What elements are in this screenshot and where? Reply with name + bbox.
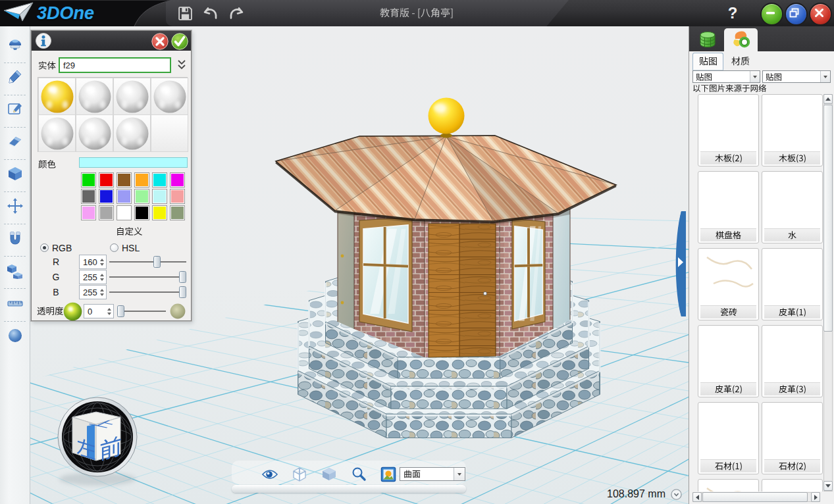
horizontal-scrollbar-thumb[interactable] [702,492,808,502]
channel-spinner-B[interactable]: 255 [79,285,107,299]
palette-color-f5a0a0[interactable] [170,189,185,204]
material-panel-titlebar[interactable] [32,31,191,51]
palette-color-9b9bf5[interactable] [117,189,132,204]
subtab-textures[interactable] [692,53,723,70]
toolbar-magnet-icon[interactable] [0,224,30,253]
texture-card-qipange[interactable] [698,171,759,243]
channel-slider-B[interactable] [109,286,186,298]
confirm-button[interactable] [171,33,188,50]
texture-card-shicai1[interactable] [698,402,759,474]
current-color-swatch[interactable] [79,157,188,168]
channel-spinner-G[interactable]: 255 [79,270,107,284]
toolbar-measure-icon[interactable] [0,289,30,318]
material-ball-silver[interactable] [76,78,113,115]
scroll-up-button[interactable] [823,94,833,104]
material-ball-silver[interactable] [113,114,151,152]
material-ball-empty[interactable] [151,114,188,152]
expand-chevrons-icon[interactable] [176,59,187,72]
tab-model-library[interactable] [693,28,722,51]
palette-color-f5a0f5[interactable] [81,205,96,220]
zoom-icon[interactable] [351,466,367,482]
channel-slider-G[interactable] [109,271,186,283]
redo-button[interactable] [226,3,246,23]
material-ball-silver[interactable] [151,78,188,115]
material-ball-gold[interactable] [38,78,76,115]
opacity-spinner[interactable]: 0 [84,304,114,318]
palette-color-a8a8a8[interactable] [99,205,114,220]
dimension-expand-icon[interactable] [671,489,682,500]
toolbar-eraser-icon[interactable] [0,127,30,156]
visibility-eye-icon[interactable] [262,466,278,482]
palette-color-bdf6f6[interactable] [152,189,167,204]
material-ball-silver[interactable] [113,78,151,115]
scroll-right-button[interactable] [811,492,820,502]
palette-color-9cf59c[interactable] [134,189,149,204]
channel-spinner-R[interactable]: 160 [79,255,107,269]
palette-color-00dd00[interactable] [81,172,96,188]
palette-color-ffa81c[interactable] [134,172,149,188]
undo-button[interactable] [201,3,221,23]
restore-button[interactable] [785,3,808,26]
combo-arrow-icon[interactable] [820,71,830,82]
toolbar-sphere-icon[interactable] [0,321,30,350]
close-button[interactable] [809,3,832,26]
subtab-materials[interactable] [727,55,754,68]
cancel-button[interactable] [151,33,169,50]
hsl-radio[interactable] [110,243,118,252]
texture-card-muban3[interactable] [762,94,823,166]
toolbar-pen-icon[interactable] [0,63,30,91]
shaded-mode-icon[interactable] [321,466,337,482]
palette-color-ffffff[interactable] [117,205,132,220]
entity-input[interactable]: f29 [59,57,171,73]
toolbar-assembly-icon[interactable] [0,256,30,285]
texture-card-muban2[interactable] [698,94,759,166]
toolbar-material-icon[interactable] [0,30,30,59]
palette-color-ee0000[interactable] [99,172,114,188]
palette-color-1515e0[interactable] [99,189,114,204]
texture-filter-combo-2[interactable] [762,70,831,83]
help-button[interactable]: ? [721,1,744,25]
palette-color-f5f500[interactable] [152,205,167,220]
minimize-button[interactable] [760,3,783,26]
texture-card-pige2[interactable] [698,325,759,397]
scroll-down-button[interactable] [823,481,833,491]
toolbar-sketch-icon[interactable] [0,95,30,124]
combo-arrow-icon[interactable] [750,71,760,82]
texture-caption [700,305,756,318]
texture-caption [700,228,756,241]
titlebar: 3DOne ? [0,0,834,26]
palette-color-8b5a22[interactable] [117,172,132,188]
display-mode-combo[interactable] [400,467,465,481]
toolbar-cube-feature-icon[interactable] [0,159,30,188]
texture-thumbnail [700,405,756,459]
scroll-left-button[interactable] [692,492,702,502]
palette-color-ee00ee[interactable] [170,172,185,188]
tab-render-material-icon-wrap[interactable] [727,28,756,51]
wireframe-mode-icon[interactable] [292,466,307,482]
material-ball-silver[interactable] [38,114,76,152]
vertical-scrollbar-thumb[interactable] [823,105,833,332]
channel-slider-R[interactable] [109,256,186,268]
save-button[interactable] [175,3,195,23]
texture-card-shui[interactable] [762,171,823,243]
rgb-radio[interactable] [40,243,49,252]
texture-filter-combo-1[interactable] [692,70,760,83]
background-image-icon[interactable] [380,466,396,482]
app-logo[interactable]: 3DOne [3,1,94,25]
texture-thumbnail [764,251,820,305]
combo-dropdown-arrow[interactable] [454,468,465,480]
texture-card-pige3[interactable] [762,325,823,397]
palette-color-666666[interactable] [81,189,96,204]
palette-color-00e8e8[interactable] [152,172,167,188]
texture-card-pige1[interactable] [762,248,823,320]
viewport-tray-handle[interactable] [232,485,466,493]
opacity-slider[interactable] [117,305,166,317]
texture-card-cizhuan[interactable] [698,248,759,320]
toolbar-move-icon[interactable] [0,191,30,220]
palette-color-8b9b78[interactable] [170,205,185,220]
material-ball-silver[interactable] [76,114,113,152]
render-material-icon [731,30,752,49]
custom-color-label[interactable] [116,227,143,236]
palette-color-000000[interactable] [134,205,149,220]
texture-card-shicai2[interactable] [762,402,823,474]
